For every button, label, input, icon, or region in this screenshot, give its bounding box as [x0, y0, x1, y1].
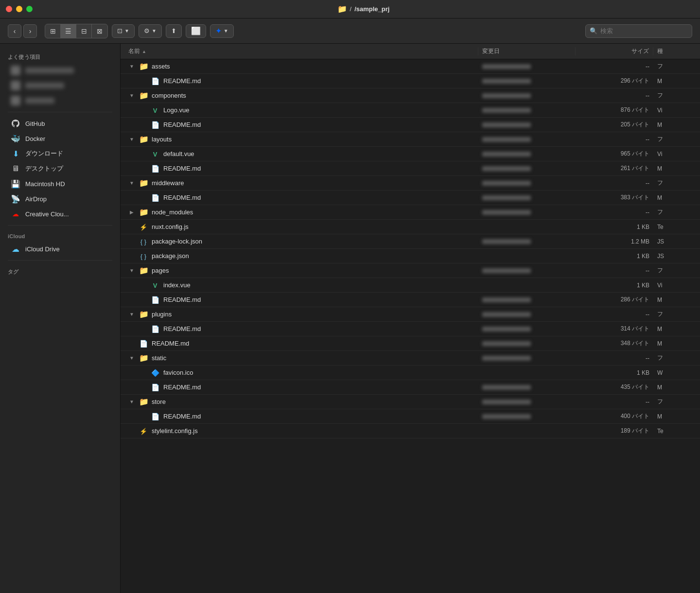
toolbar: ‹ › ⊞ ☰ ⊟ ⊠ ⊡ ▼ ⚙ ▼ ⬆ ⬜ ✦ ▼ 🔍 [0, 18, 700, 44]
kind-column-header[interactable]: 種 [653, 47, 692, 55]
json-icon: { } [139, 252, 148, 260]
back-button[interactable]: ‹ [8, 24, 21, 38]
sidebar-item-macintosh-hd[interactable]: 💾 Macintosh HD [3, 176, 117, 191]
kind-cell: JS [653, 238, 692, 245]
file-name-cell: ⚡ stylelint.config.js [128, 427, 478, 435]
disclosure-expanded-icon[interactable]: ▼ [128, 64, 135, 69]
disclosure-expanded-icon[interactable]: ▼ [128, 180, 135, 186]
date-column-header[interactable]: 変更日 [478, 47, 576, 55]
sidebar-item-label: Macintosh HD [25, 180, 65, 188]
file-name: package-lock.json [152, 238, 202, 245]
size-cell: 1 KB [576, 369, 653, 376]
kind-cell: フ [653, 135, 692, 143]
folder-icon: 📁 [139, 310, 148, 319]
column-view-button[interactable]: ⊟ [76, 24, 92, 38]
folder-icon: 📁 [139, 62, 148, 71]
size-cell: 435 バイト [576, 383, 653, 391]
file-row[interactable]: 🔷 favicon.ico 1 KB W [121, 366, 700, 380]
sidebar-item-label: GitHub [25, 120, 45, 127]
file-row[interactable]: 📄 README.md 383 バイト M [121, 191, 700, 205]
dropbox-button[interactable]: ✦ ▼ [210, 24, 234, 38]
file-row[interactable]: V index.vue 1 KB Vi [121, 278, 700, 293]
sidebar-item-airdrop[interactable]: 📡 AirDrop [3, 192, 117, 206]
sidebar-item-docker[interactable]: 🐳 Docker [3, 131, 117, 146]
fullscreen-button[interactable] [26, 6, 33, 12]
tag-button[interactable]: ⬜ [186, 24, 206, 38]
disclosure-expanded-icon[interactable]: ▼ [128, 399, 135, 404]
disclosure-expanded-icon[interactable]: ▼ [128, 268, 135, 273]
file-row[interactable]: ⚡ stylelint.config.js 189 バイト Te [121, 424, 700, 438]
disclosure-expanded-icon[interactable]: ▼ [128, 93, 135, 98]
file-row[interactable]: 📄 README.md 296 バイト M [121, 74, 700, 88]
file-name: assets [152, 63, 170, 70]
file-row[interactable]: 📄 README.md 286 バイト M [121, 293, 700, 307]
file-row[interactable]: ▶ 📁 node_modules -- フ [121, 205, 700, 220]
file-area: 名前 ▲ 変更日 サイズ 種 ▼ 📁 assets -- フ 📄 [121, 44, 700, 593]
file-row[interactable]: 📄 README.md 400 バイト M [121, 409, 700, 424]
desktop-icon: 🖥 [11, 164, 20, 174]
file-name: README.md [163, 413, 201, 420]
sidebar-item-desktop[interactable]: 🖥 デスクトップ [3, 161, 117, 176]
size-cell: 205 バイト [576, 121, 653, 129]
icon-view-button[interactable]: ⊞ [45, 24, 61, 38]
file-row[interactable]: 📄 README.md 435 バイト M [121, 380, 700, 395]
sidebar-item-github[interactable]: GitHub [3, 116, 117, 131]
gear-icon: ⚙ [144, 27, 150, 35]
disclosure-expanded-icon[interactable]: ▼ [128, 355, 135, 361]
file-row[interactable]: { } package-lock.json 1.2 MB JS [121, 234, 700, 249]
file-name-cell: 🔷 favicon.ico [128, 369, 478, 377]
file-name-cell: ▼ 📁 layouts [128, 135, 478, 144]
file-row[interactable]: 📄 README.md 205 バイト M [121, 118, 700, 132]
file-row[interactable]: ▼ 📁 components -- フ [121, 88, 700, 103]
size-cell: -- [576, 311, 653, 318]
share-button[interactable]: ⬆ [166, 24, 182, 38]
sidebar-item-creative-cloud[interactable]: ☁ Creative Clou... [3, 207, 117, 221]
file-name-cell: 📄 README.md [128, 194, 478, 202]
file-row[interactable]: V Logo.vue 876 バイト Vi [121, 103, 700, 118]
folder-icon: 📁 [139, 353, 148, 363]
md-icon: 📄 [151, 121, 159, 129]
file-row[interactable]: ⚡ nuxt.config.js 1 KB Te [121, 220, 700, 234]
size-column-header[interactable]: サイズ [576, 47, 653, 55]
date-cell [478, 166, 576, 171]
sidebar-item-label: Docker [25, 135, 45, 142]
file-name: default.vue [163, 150, 194, 157]
list-view-button[interactable]: ☰ [61, 24, 76, 38]
date-cell [478, 385, 576, 390]
name-column-header[interactable]: 名前 ▲ [128, 47, 478, 55]
file-row[interactable]: 📄 README.md 261 バイト M [121, 161, 700, 176]
file-name: README.md [163, 325, 201, 332]
forward-button[interactable]: › [23, 24, 37, 38]
file-name-cell: ▼ 📁 pages [128, 266, 478, 275]
file-row[interactable]: ▼ 📁 pages -- フ [121, 263, 700, 278]
file-name-cell: ▼ 📁 components [128, 91, 478, 100]
view-options-button[interactable]: ⊡ ▼ [112, 24, 135, 38]
sidebar-item-icloud-drive[interactable]: ☁ iCloud Drive [3, 242, 117, 256]
file-row[interactable]: V default.vue 965 バイト Vi [121, 147, 700, 161]
date-cell [478, 210, 576, 215]
disclosure-expanded-icon[interactable]: ▼ [128, 312, 135, 317]
path-label: / [350, 5, 352, 13]
file-row[interactable]: ▼ 📁 layouts -- フ [121, 132, 700, 147]
file-row[interactable]: ▼ 📁 middleware -- フ [121, 176, 700, 191]
kind-cell: Te [653, 428, 692, 435]
search-input[interactable] [600, 27, 688, 35]
disclosure-collapsed-icon[interactable]: ▶ [128, 209, 135, 215]
file-name: node_modules [152, 209, 193, 216]
file-row[interactable]: 📄 README.md 314 バイト M [121, 322, 700, 336]
file-row[interactable]: ▼ 📁 plugins -- フ [121, 307, 700, 322]
gallery-view-button[interactable]: ⊠ [92, 24, 107, 38]
sidebar-item-downloads[interactable]: ⬇ ダウンロード [3, 146, 117, 161]
file-row[interactable]: ▼ 📁 assets -- フ [121, 59, 700, 74]
kind-cell: フ [653, 91, 692, 100]
file-row[interactable]: ▼ 📁 static -- フ [121, 351, 700, 366]
minimize-button[interactable] [16, 6, 22, 12]
search-box[interactable]: 🔍 [585, 24, 692, 38]
kind-cell: Vi [653, 107, 692, 114]
file-row[interactable]: { } package.json 1 KB JS [121, 249, 700, 263]
close-button[interactable] [6, 6, 12, 12]
gear-button[interactable]: ⚙ ▼ [139, 24, 162, 38]
file-row[interactable]: 📄 README.md 348 バイト M [121, 336, 700, 351]
disclosure-expanded-icon[interactable]: ▼ [128, 137, 135, 142]
file-row[interactable]: ▼ 📁 store -- フ [121, 395, 700, 409]
